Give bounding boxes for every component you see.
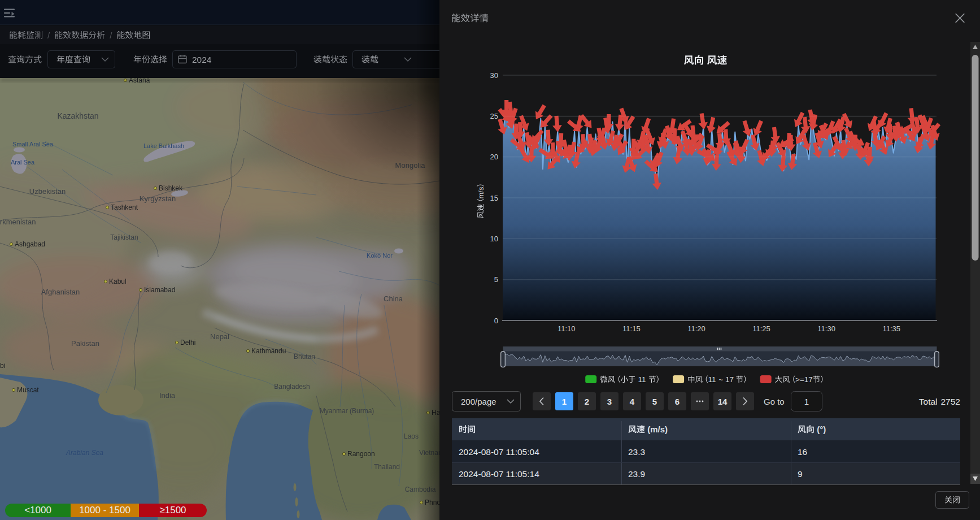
svg-text:10: 10	[490, 235, 498, 243]
svg-text:11:30: 11:30	[817, 324, 835, 333]
svg-text:(°): (°)	[817, 424, 826, 434]
svg-text:11: 11	[638, 375, 646, 384]
svg-text:11:20: 11:20	[687, 324, 705, 333]
svg-text:5: 5	[494, 275, 498, 284]
svg-text:20: 20	[490, 153, 498, 161]
svg-text:2: 2	[585, 397, 589, 406]
svg-text:2024-08-07: 2024-08-07	[459, 469, 503, 479]
svg-text:>=17: >=17	[795, 375, 813, 384]
svg-text:5: 5	[652, 397, 657, 406]
svg-text:11:05:04: 11:05:04	[506, 447, 540, 457]
svg-text:0: 0	[494, 317, 498, 325]
svg-text:m/s: m/s	[477, 187, 485, 198]
svg-text:Go: Go	[764, 397, 775, 406]
svg-text:15: 15	[490, 194, 498, 202]
svg-text:2024-08-07: 2024-08-07	[459, 447, 503, 457]
svg-text:11:15: 11:15	[622, 324, 641, 333]
svg-text:to: to	[777, 397, 785, 406]
svg-text:1: 1	[804, 397, 809, 406]
svg-text:30: 30	[490, 71, 498, 80]
svg-text:23.9: 23.9	[628, 469, 645, 479]
svg-text:16: 16	[798, 447, 807, 457]
svg-text:14: 14	[718, 397, 728, 406]
svg-text:4: 4	[630, 397, 635, 406]
svg-text:(m/s): (m/s)	[647, 424, 668, 434]
svg-text:Total: Total	[919, 397, 938, 406]
svg-text:~: ~	[718, 375, 723, 384]
svg-text:/: /	[110, 31, 112, 40]
svg-text:1: 1	[562, 397, 567, 406]
svg-text:9: 9	[798, 469, 803, 479]
svg-text:3: 3	[607, 397, 612, 406]
svg-text:17: 17	[725, 375, 734, 384]
svg-text:6: 6	[675, 397, 680, 406]
svg-text:200/page: 200/page	[461, 397, 496, 406]
svg-text:25: 25	[490, 112, 498, 120]
svg-text:11:35: 11:35	[882, 324, 900, 333]
svg-text:11:05:14: 11:05:14	[506, 469, 540, 479]
svg-text:2752: 2752	[941, 397, 960, 406]
svg-text:23.3: 23.3	[628, 447, 645, 457]
svg-text:2024: 2024	[192, 55, 212, 64]
svg-text:11:25: 11:25	[752, 324, 770, 333]
svg-text:11: 11	[708, 375, 716, 384]
svg-text:11:10: 11:10	[557, 324, 576, 333]
svg-text:/: /	[47, 31, 50, 40]
